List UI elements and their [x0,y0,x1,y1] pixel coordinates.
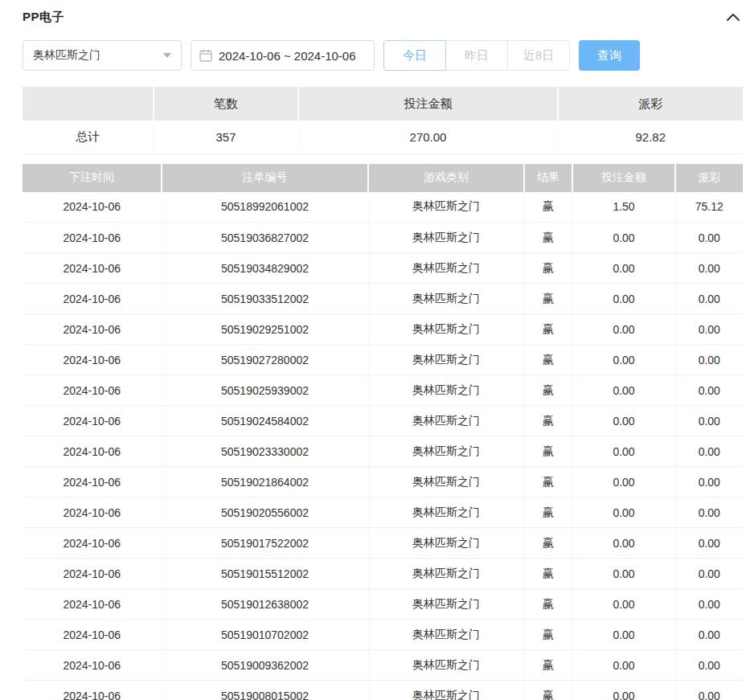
result-cell: 赢 [524,192,572,223]
payout-cell: 0.00 [675,314,743,345]
bet-amount-cell: 0.00 [572,681,675,700]
payout-cell: 0.00 [675,375,743,406]
game-type-cell: 奥林匹斯之门 [368,467,524,497]
table-row: 2024-10-0650519036827002奥林匹斯之门赢0.000.00 [23,223,743,253]
col-header-bet-amount: 投注金额 [572,164,675,192]
bet-id-cell: 50519024584002 [162,406,368,436]
payout-cell: 0.00 [675,559,743,589]
summary-header-row: 笔数投注金额派彩 [23,87,743,121]
date-range-input[interactable]: 2024-10-06 ~ 2024-10-06 [191,40,375,71]
bet-amount-cell: 0.00 [572,436,675,467]
bet-time-cell: 2024-10-06 [23,620,162,650]
bet-time-cell: 2024-10-06 [23,345,162,375]
summary-total-cell: 总计 [23,121,154,154]
quick-filter-group: 今日昨日近8日 [383,40,570,71]
payout-cell: 0.00 [675,467,743,497]
result-cell: 赢 [524,284,572,314]
bet-id-cell: 50519020556002 [162,497,368,528]
table-row: 2024-10-0650519010702002奥林匹斯之门赢0.000.00 [23,620,743,650]
table-row: 2024-10-0650519021864002奥林匹斯之门赢0.000.00 [23,467,743,497]
game-type-cell: 奥林匹斯之门 [368,223,524,253]
game-type-cell: 奥林匹斯之门 [368,192,524,223]
bet-id-cell: 50519036827002 [162,223,368,253]
bet-id-cell: 50519034829002 [162,253,368,284]
payout-cell: 75.12 [675,192,743,223]
table-row: 2024-10-0650519015512002奥林匹斯之门赢0.000.00 [23,559,743,589]
table-row: 2024-10-0650519024584002奥林匹斯之门赢0.000.00 [23,406,743,436]
search-button[interactable]: 查询 [579,40,640,71]
payout-cell: 0.00 [675,620,743,650]
bet-id-cell: 50519033512002 [162,284,368,314]
result-cell: 赢 [524,467,572,497]
summary-table: 笔数投注金额派彩 总计357270.0092.82 [23,87,743,154]
game-type-cell: 奥林匹斯之门 [368,650,524,681]
summary-col-header [23,87,154,121]
bet-table: 下注时间注单编号游戏类别结果投注金额派彩 2024-10-06505189920… [23,164,743,700]
bet-time-cell: 2024-10-06 [23,406,162,436]
table-row: 2024-10-0650519017522002奥林匹斯之门赢0.000.00 [23,528,743,559]
quick-filter-button[interactable]: 昨日 [445,40,508,71]
bet-id-cell: 50519025939002 [162,375,368,406]
bet-amount-cell: 0.00 [572,559,675,589]
chevron-down-icon [163,53,171,58]
bet-amount-cell: 0.00 [572,650,675,681]
bet-time-cell: 2024-10-06 [23,375,162,406]
summary-total-cell: 270.00 [298,121,558,154]
payout-cell: 0.00 [675,528,743,559]
bet-id-cell: 50519008015002 [162,681,368,700]
col-header-game-type: 游戏类别 [368,164,524,192]
table-row: 2024-10-0650519033512002奥林匹斯之门赢0.000.00 [23,284,743,314]
result-cell: 赢 [524,528,572,559]
bet-time-cell: 2024-10-06 [23,589,162,620]
payout-cell: 0.00 [675,681,743,700]
payout-cell: 0.00 [675,497,743,528]
quick-filter-button[interactable]: 今日 [383,40,446,71]
bet-table-header-row: 下注时间注单编号游戏类别结果投注金额派彩 [23,164,743,192]
bet-time-cell: 2024-10-06 [23,284,162,314]
summary-total-row: 总计357270.0092.82 [23,121,743,154]
result-cell: 赢 [524,223,572,253]
payout-cell: 0.00 [675,223,743,253]
result-cell: 赢 [524,345,572,375]
payout-cell: 0.00 [675,406,743,436]
bet-time-cell: 2024-10-06 [23,681,162,700]
game-type-cell: 奥林匹斯之门 [368,284,524,314]
bet-amount-cell: 0.00 [572,406,675,436]
result-cell: 赢 [524,436,572,467]
game-select-value: 奥林匹斯之门 [33,48,100,63]
game-select[interactable]: 奥林匹斯之门 [23,40,182,71]
table-row: 2024-10-0650518992061002奥林匹斯之门赢1.5075.12 [23,192,743,223]
bet-time-cell: 2024-10-06 [23,528,162,559]
game-type-cell: 奥林匹斯之门 [368,497,524,528]
chevron-up-icon[interactable] [723,10,743,24]
bet-amount-cell: 0.00 [572,284,675,314]
bet-time-cell: 2024-10-06 [23,436,162,467]
game-type-cell: 奥林匹斯之门 [368,375,524,406]
summary-col-header: 笔数 [154,87,298,121]
summary-total-cell: 357 [154,121,298,154]
quick-filter-button[interactable]: 近8日 [507,40,570,71]
game-type-cell: 奥林匹斯之门 [368,406,524,436]
pp-games-panel: PP电子 奥林匹斯之门 2024-10-06 ~ 2024-10-06 今日昨日… [0,0,750,700]
bet-id-cell: 50519015512002 [162,559,368,589]
payout-cell: 0.00 [675,436,743,467]
bet-id-cell: 50519027280002 [162,345,368,375]
summary-col-header: 派彩 [558,87,743,121]
bet-time-cell: 2024-10-06 [23,650,162,681]
result-cell: 赢 [524,314,572,345]
game-type-cell: 奥林匹斯之门 [368,681,524,700]
bet-time-cell: 2024-10-06 [23,223,162,253]
bet-id-cell: 50519017522002 [162,528,368,559]
bet-amount-cell: 0.00 [572,345,675,375]
table-row: 2024-10-0650519023330002奥林匹斯之门赢0.000.00 [23,436,743,467]
col-header-payout: 派彩 [675,164,743,192]
bet-time-cell: 2024-10-06 [23,314,162,345]
game-type-cell: 奥林匹斯之门 [368,253,524,284]
table-row: 2024-10-0650519009362002奥林匹斯之门赢0.000.00 [23,650,743,681]
bet-time-cell: 2024-10-06 [23,559,162,589]
bet-id-cell: 50519012638002 [162,589,368,620]
bet-time-cell: 2024-10-06 [23,253,162,284]
bet-id-cell: 50519021864002 [162,467,368,497]
table-row: 2024-10-0650519029251002奥林匹斯之门赢0.000.00 [23,314,743,345]
bet-amount-cell: 0.00 [572,528,675,559]
